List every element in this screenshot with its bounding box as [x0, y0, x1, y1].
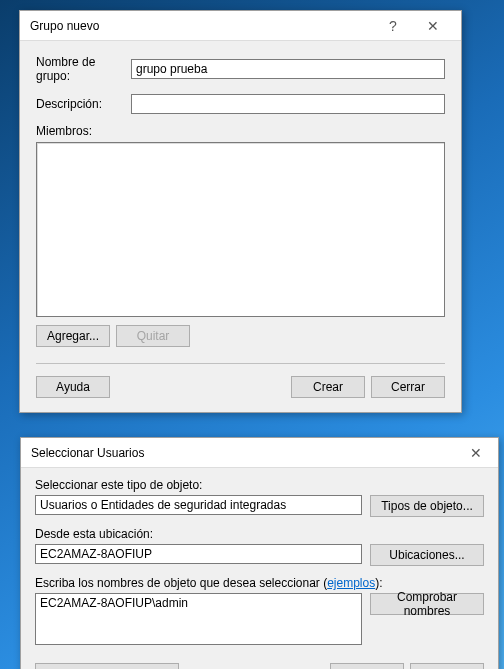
remove-button: Quitar	[116, 325, 190, 347]
new-group-dialog: Grupo nuevo ? ✕ Nombre de grupo: Descrip…	[19, 10, 462, 413]
location-field: EC2AMAZ-8AOFIUP	[35, 544, 362, 564]
check-names-button[interactable]: Comprobar nombres	[370, 593, 484, 615]
add-button[interactable]: Agregar...	[36, 325, 110, 347]
object-names-input[interactable]	[35, 593, 362, 645]
divider	[36, 363, 445, 364]
dialog-body: Seleccionar este tipo de objeto: Usuario…	[21, 468, 498, 669]
close-button[interactable]: Cerrar	[371, 376, 445, 398]
titlebar: Grupo nuevo ? ✕	[20, 11, 461, 41]
object-type-field: Usuarios o Entidades de seguridad integr…	[35, 495, 362, 515]
members-listbox[interactable]	[36, 142, 445, 317]
create-button[interactable]: Crear	[291, 376, 365, 398]
object-type-label: Seleccionar este tipo de objeto:	[35, 478, 484, 492]
select-users-dialog: Seleccionar Usuarios ✕ Seleccionar este …	[20, 437, 499, 669]
description-label: Descripción:	[36, 97, 131, 111]
titlebar: Seleccionar Usuarios ✕	[21, 438, 498, 468]
window-title: Grupo nuevo	[30, 19, 373, 33]
location-label: Desde esta ubicación:	[35, 527, 484, 541]
close-icon[interactable]: ✕	[413, 11, 453, 41]
close-icon[interactable]: ✕	[462, 441, 490, 465]
description-input[interactable]	[131, 94, 445, 114]
advanced-button[interactable]: Opciones avanzadas...	[35, 663, 179, 669]
help-icon[interactable]: ?	[373, 11, 413, 41]
object-types-button[interactable]: Tipos de objeto...	[370, 495, 484, 517]
members-label: Miembros:	[36, 124, 445, 138]
help-button[interactable]: Ayuda	[36, 376, 110, 398]
group-name-label: Nombre de grupo:	[36, 55, 131, 84]
cancel-button[interactable]: Cancelar	[410, 663, 484, 669]
dialog-body: Nombre de grupo: Descripción: Miembros: …	[20, 41, 461, 412]
locations-button[interactable]: Ubicaciones...	[370, 544, 484, 566]
window-title: Seleccionar Usuarios	[31, 446, 462, 460]
examples-link[interactable]: ejemplos	[327, 576, 375, 590]
ok-button[interactable]: Aceptar	[330, 663, 404, 669]
object-names-label: Escriba los nombres de objeto que desea …	[35, 576, 484, 590]
group-name-input[interactable]	[131, 59, 445, 79]
